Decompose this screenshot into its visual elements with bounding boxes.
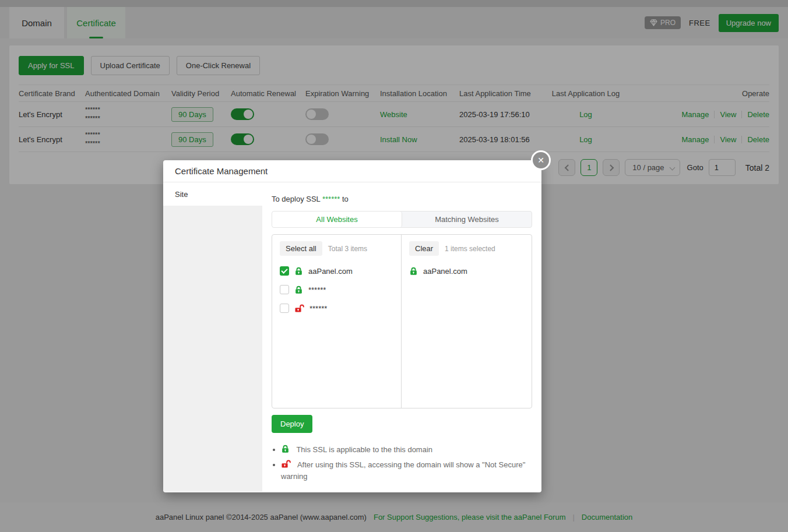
website-transfer: Select all Total 3 items aaPanel.com bbox=[272, 234, 532, 408]
close-icon[interactable]: ✕ bbox=[531, 150, 551, 170]
selected-site-label: aaPanel.com bbox=[423, 267, 467, 276]
list-item: aaPanel.com bbox=[280, 262, 393, 280]
deploy-text-prefix: To deploy SSL bbox=[272, 195, 322, 203]
tab-matching-websites[interactable]: Matching Websites bbox=[402, 212, 532, 227]
sidebar-item-site[interactable]: Site bbox=[163, 182, 262, 206]
clear-button[interactable]: Clear bbox=[409, 241, 439, 256]
list-item: ****** bbox=[280, 280, 393, 299]
target-panel-summary: 1 items selected bbox=[445, 245, 495, 253]
checkbox-unchecked[interactable] bbox=[280, 304, 289, 313]
note-secure: This SSL is applicable to the this domai… bbox=[272, 444, 528, 456]
modal-content: To deploy SSL ****** to All Websites Mat… bbox=[262, 182, 541, 492]
list-item: aaPanel.com bbox=[409, 262, 524, 280]
deploy-text-suffix: to bbox=[340, 195, 348, 203]
source-panel-summary: Total 3 items bbox=[328, 245, 367, 253]
lock-open-icon bbox=[294, 304, 304, 313]
lock-closed-icon bbox=[294, 286, 303, 294]
lock-closed-icon bbox=[409, 267, 418, 276]
checkbox-unchecked[interactable] bbox=[280, 285, 289, 294]
bullet-icon bbox=[273, 449, 275, 451]
deploy-ssl-text: To deploy SSL ****** to bbox=[272, 195, 532, 203]
site-label[interactable]: ****** bbox=[309, 304, 327, 313]
source-panel-header: Select all Total 3 items bbox=[280, 241, 393, 256]
note-text: After using this SSL, accessing the doma… bbox=[281, 460, 525, 481]
checkbox-checked[interactable] bbox=[280, 266, 289, 276]
site-label[interactable]: ****** bbox=[308, 286, 326, 294]
site-label[interactable]: aaPanel.com bbox=[308, 267, 353, 276]
tab-all-websites[interactable]: All Websites bbox=[272, 212, 402, 227]
list-item: ****** bbox=[280, 299, 393, 318]
note-insecure: After using this SSL, accessing the doma… bbox=[272, 459, 528, 482]
target-panel: Clear 1 items selected aaPanel.com bbox=[402, 235, 532, 408]
website-filter-tabs: All Websites Matching Websites bbox=[272, 211, 532, 228]
source-panel: Select all Total 3 items aaPanel.com bbox=[272, 235, 402, 408]
bullet-icon bbox=[273, 464, 275, 466]
modal-sidebar: Site bbox=[163, 182, 262, 492]
notes: This SSL is applicable to the this domai… bbox=[272, 444, 532, 482]
deploy-button[interactable]: Deploy bbox=[272, 415, 312, 433]
screen: Domain Certificate PRO FREE Upgrade now … bbox=[0, 0, 788, 532]
target-panel-header: Clear 1 items selected bbox=[409, 241, 524, 256]
modal-title: Certificate Management bbox=[163, 160, 541, 182]
modal-body: Site To deploy SSL ****** to All Website… bbox=[163, 182, 541, 492]
lock-closed-icon bbox=[294, 267, 303, 276]
certificate-management-modal: ✕ Certificate Management Site To deploy … bbox=[163, 160, 541, 492]
note-text: This SSL is applicable to the this domai… bbox=[296, 445, 432, 454]
select-all-button[interactable]: Select all bbox=[280, 241, 322, 256]
ssl-domain-masked: ****** bbox=[322, 195, 340, 203]
lock-closed-icon bbox=[281, 445, 290, 453]
lock-open-icon bbox=[281, 460, 291, 468]
